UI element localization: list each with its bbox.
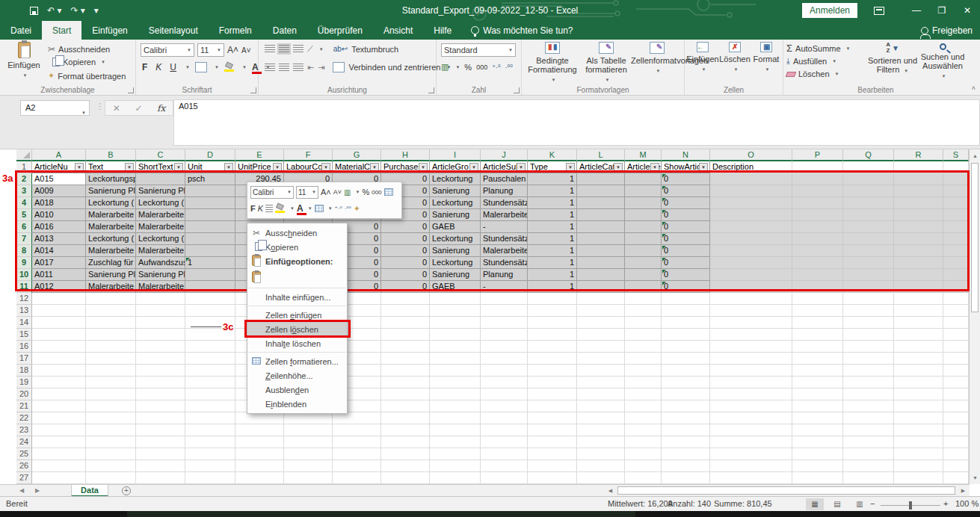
cell-O15[interactable] — [710, 329, 792, 341]
cell-Q18[interactable] — [843, 365, 894, 377]
normal-view-icon[interactable]: ▦ — [806, 498, 824, 510]
number-format-combo[interactable]: Standard▼ — [441, 43, 516, 57]
cell-K18[interactable] — [528, 365, 577, 377]
column-header-Q[interactable]: Q — [843, 149, 894, 161]
cell-L24[interactable] — [577, 436, 625, 448]
mini-fill-color-button[interactable] — [275, 204, 286, 213]
mini-format-painter-icon[interactable]: ✦ — [354, 204, 360, 214]
cell-H17[interactable] — [381, 353, 430, 365]
cell-O9[interactable] — [710, 257, 792, 269]
cell-B3[interactable]: Sanierung Pla — [86, 185, 136, 197]
cell-H20[interactable] — [381, 388, 430, 400]
sheet-nav-right-icon[interactable]: ▶ — [35, 485, 40, 497]
format-cells-button[interactable]: ▣ Format▼ — [751, 42, 782, 85]
cell-P26[interactable] — [792, 460, 843, 472]
cell-B21[interactable] — [86, 400, 136, 412]
cell-L3[interactable] — [577, 185, 625, 197]
cell-D10[interactable] — [185, 269, 235, 281]
cell-A3[interactable]: A009 — [32, 185, 86, 197]
row-header-18[interactable]: 18 — [16, 365, 32, 377]
cell-O27[interactable] — [710, 472, 792, 484]
cell-L10[interactable] — [577, 269, 625, 281]
cell-S8[interactable] — [943, 245, 969, 257]
cell-A26[interactable] — [32, 460, 86, 472]
cell-S11[interactable] — [943, 281, 969, 293]
cell-L21[interactable] — [577, 400, 625, 412]
mini-italic-button[interactable]: K — [258, 204, 263, 213]
cell-Q23[interactable] — [843, 424, 894, 436]
cell-Q22[interactable] — [843, 412, 894, 424]
cell-D21[interactable] — [185, 400, 235, 412]
cell-Q4[interactable] — [843, 197, 894, 209]
cell-F27[interactable] — [284, 472, 333, 484]
clipboard-dialog-launcher[interactable] — [128, 87, 134, 93]
cell-E25[interactable] — [235, 448, 284, 460]
font-size-combo[interactable]: 11▼ — [197, 43, 224, 57]
cell-C19[interactable] — [136, 377, 185, 388]
comma-style-button[interactable]: 000 — [476, 64, 487, 71]
cell-S9[interactable] — [943, 257, 969, 269]
cell-H27[interactable] — [381, 472, 430, 484]
cell-D23[interactable] — [185, 424, 235, 436]
number-dialog-launcher[interactable] — [514, 87, 520, 93]
cell-A23[interactable] — [32, 424, 86, 436]
row-header-11[interactable]: 11 — [16, 281, 32, 293]
cell-H24[interactable] — [381, 436, 430, 448]
cell-C25[interactable] — [136, 448, 185, 460]
cell-K24[interactable] — [528, 436, 577, 448]
zoom-out-icon[interactable]: − — [870, 499, 875, 508]
accounting-format-icon[interactable]: ▥ — [441, 62, 449, 72]
cell-H8[interactable]: 0 — [381, 245, 430, 257]
cell-J18[interactable] — [481, 365, 528, 377]
cell-A18[interactable] — [32, 365, 86, 377]
decrease-decimal-icon[interactable]: ·⁰⁰ — [505, 64, 513, 71]
tab-seitenlayout[interactable]: Seitenlayout — [138, 21, 209, 40]
cell-A16[interactable] — [32, 341, 86, 353]
cell-C4[interactable]: Leckortung ( — [136, 197, 185, 209]
cell-L5[interactable] — [577, 209, 625, 221]
cell-B27[interactable] — [86, 472, 136, 484]
cell-D13[interactable] — [185, 305, 235, 317]
cell-O5[interactable] — [710, 209, 792, 221]
cell-B16[interactable] — [86, 341, 136, 353]
cell-A8[interactable]: A014 — [32, 245, 86, 257]
cell-M25[interactable] — [625, 448, 662, 460]
context-menu-item-zellen-einf-gen[interactable]: Zellen einfügen — [247, 308, 347, 322]
cell-K10[interactable]: 1 — [528, 269, 577, 281]
filter-dropdown-Text[interactable]: ▼ — [125, 163, 134, 172]
cell-C9[interactable]: Aufwandszus — [136, 257, 185, 269]
cell-P5[interactable] — [792, 209, 843, 221]
cell-N4[interactable]: 0 — [662, 197, 710, 209]
cell-M20[interactable] — [625, 388, 662, 400]
cell-K11[interactable]: 1 — [528, 281, 577, 293]
cell-A21[interactable] — [32, 400, 86, 412]
cell-N7[interactable]: 0 — [662, 233, 710, 245]
cell-C5[interactable]: Malerarbeite — [136, 209, 185, 221]
filter-dropdown-ArticleCat[interactable]: ▼ — [614, 163, 623, 172]
cell-J14[interactable] — [481, 317, 528, 329]
alignment-dialog-launcher[interactable] — [428, 87, 434, 93]
cell-Q16[interactable] — [843, 341, 894, 353]
cell-A1[interactable]: ArticleNu▼ — [32, 161, 86, 173]
cell-Q13[interactable] — [843, 305, 894, 317]
cell-H22[interactable] — [381, 412, 430, 424]
cell-C12[interactable] — [136, 293, 185, 305]
cell-R1[interactable] — [894, 161, 943, 173]
cell-S14[interactable] — [943, 317, 969, 329]
cell-N23[interactable] — [662, 424, 710, 436]
cell-I19[interactable] — [430, 377, 481, 388]
cell-D24[interactable] — [185, 436, 235, 448]
cell-B11[interactable]: Malerarbeite — [86, 281, 136, 293]
cell-H18[interactable] — [381, 365, 430, 377]
cell-F24[interactable] — [284, 436, 333, 448]
filter-dropdown-MaterialC[interactable]: ▼ — [370, 163, 379, 172]
mini-shrink-font-button[interactable]: A˅ — [333, 188, 342, 196]
cell-S25[interactable] — [943, 448, 969, 460]
cell-M14[interactable] — [625, 317, 662, 329]
tab-daten[interactable]: Daten — [262, 21, 307, 40]
formula-input[interactable]: A015 — [173, 99, 980, 146]
cell-B9[interactable]: Zuschlag für — [86, 257, 136, 269]
cell-J4[interactable]: Stundensätze — [481, 197, 528, 209]
cell-I5[interactable]: Sanierung — [430, 209, 481, 221]
cell-S2[interactable] — [943, 173, 969, 185]
